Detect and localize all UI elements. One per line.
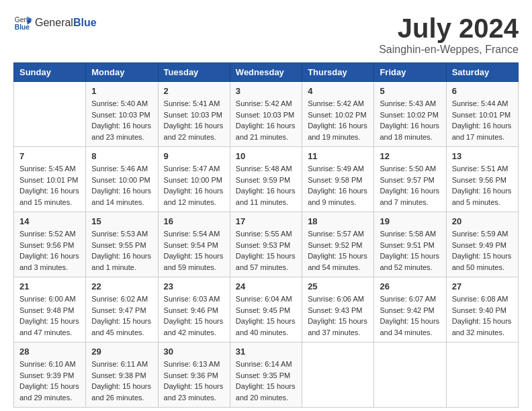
calendar-week-row: 21Sunrise: 6:00 AMSunset: 9:48 PMDayligh… xyxy=(14,277,519,342)
day-info: Sunrise: 6:03 AMSunset: 9:46 PMDaylight:… xyxy=(164,293,224,338)
day-number: 15 xyxy=(91,216,152,226)
page-header: General Blue GeneralBlue July 2024 Saing… xyxy=(13,13,519,56)
day-info: Sunrise: 5:51 AMSunset: 9:56 PMDaylight:… xyxy=(452,163,513,208)
day-info: Sunrise: 5:41 AMSunset: 10:03 PMDaylight… xyxy=(164,98,224,142)
day-info: Sunrise: 5:45 AMSunset: 10:01 PMDaylight… xyxy=(19,163,80,208)
calendar-cell xyxy=(446,342,518,408)
calendar-cell: 6Sunrise: 5:44 AMSunset: 10:01 PMDayligh… xyxy=(446,82,518,147)
day-number: 13 xyxy=(452,151,513,161)
calendar-cell: 20Sunrise: 5:59 AMSunset: 9:49 PMDayligh… xyxy=(446,212,518,277)
calendar-cell: 8Sunrise: 5:46 AMSunset: 10:00 PMDayligh… xyxy=(86,147,158,212)
calendar-week-row: 1Sunrise: 5:40 AMSunset: 10:03 PMDayligh… xyxy=(14,82,519,147)
location: Sainghin-en-Weppes, France xyxy=(379,44,519,56)
day-number: 2 xyxy=(164,86,224,96)
calendar-cell: 4Sunrise: 5:42 AMSunset: 10:02 PMDayligh… xyxy=(302,82,374,147)
weekday-header: Saturday xyxy=(446,63,518,82)
day-number: 27 xyxy=(452,281,513,291)
day-number: 25 xyxy=(308,281,368,291)
calendar-cell: 22Sunrise: 6:02 AMSunset: 9:47 PMDayligh… xyxy=(86,277,158,342)
day-number: 23 xyxy=(164,281,224,291)
day-number: 8 xyxy=(91,151,152,161)
day-number: 1 xyxy=(91,86,152,96)
day-info: Sunrise: 5:46 AMSunset: 10:00 PMDaylight… xyxy=(91,163,152,208)
title-block: July 2024 Sainghin-en-Weppes, France xyxy=(379,13,519,56)
day-info: Sunrise: 6:04 AMSunset: 9:45 PMDaylight:… xyxy=(236,293,296,338)
calendar-week-row: 7Sunrise: 5:45 AMSunset: 10:01 PMDayligh… xyxy=(14,147,519,212)
calendar-cell: 29Sunrise: 6:11 AMSunset: 9:38 PMDayligh… xyxy=(86,342,158,408)
day-number: 12 xyxy=(380,151,440,161)
calendar-cell: 28Sunrise: 6:10 AMSunset: 9:39 PMDayligh… xyxy=(14,342,86,408)
day-number: 29 xyxy=(91,347,152,357)
day-info: Sunrise: 5:53 AMSunset: 9:55 PMDaylight:… xyxy=(91,228,152,273)
calendar-week-row: 28Sunrise: 6:10 AMSunset: 9:39 PMDayligh… xyxy=(14,342,519,408)
logo-icon: General Blue xyxy=(13,13,32,32)
day-info: Sunrise: 5:55 AMSunset: 9:53 PMDaylight:… xyxy=(236,228,296,273)
day-info: Sunrise: 5:42 AMSunset: 10:03 PMDaylight… xyxy=(236,98,296,142)
calendar-cell: 18Sunrise: 5:57 AMSunset: 9:52 PMDayligh… xyxy=(302,212,374,277)
day-number: 3 xyxy=(236,86,296,96)
day-number: 17 xyxy=(236,216,296,226)
day-number: 19 xyxy=(380,216,440,226)
calendar-cell: 5Sunrise: 5:43 AMSunset: 10:02 PMDayligh… xyxy=(374,82,446,147)
day-number: 18 xyxy=(308,216,368,226)
day-info: Sunrise: 5:47 AMSunset: 10:00 PMDaylight… xyxy=(164,163,224,208)
day-number: 21 xyxy=(19,281,80,291)
day-info: Sunrise: 5:42 AMSunset: 10:02 PMDaylight… xyxy=(308,98,368,142)
calendar-cell: 2Sunrise: 5:41 AMSunset: 10:03 PMDayligh… xyxy=(158,82,230,147)
day-info: Sunrise: 6:06 AMSunset: 9:43 PMDaylight:… xyxy=(308,293,368,338)
day-number: 4 xyxy=(308,86,368,96)
weekday-header: Tuesday xyxy=(158,63,230,82)
day-number: 24 xyxy=(236,281,296,291)
day-info: Sunrise: 5:48 AMSunset: 9:59 PMDaylight:… xyxy=(236,163,296,208)
calendar-cell: 17Sunrise: 5:55 AMSunset: 9:53 PMDayligh… xyxy=(230,212,302,277)
calendar-cell: 11Sunrise: 5:49 AMSunset: 9:58 PMDayligh… xyxy=(302,147,374,212)
calendar-table: SundayMondayTuesdayWednesdayThursdayFrid… xyxy=(13,62,519,408)
day-info: Sunrise: 5:43 AMSunset: 10:02 PMDaylight… xyxy=(380,98,440,142)
calendar-cell: 23Sunrise: 6:03 AMSunset: 9:46 PMDayligh… xyxy=(158,277,230,342)
calendar-cell: 7Sunrise: 5:45 AMSunset: 10:01 PMDayligh… xyxy=(14,147,86,212)
calendar-cell: 1Sunrise: 5:40 AMSunset: 10:03 PMDayligh… xyxy=(86,82,158,147)
calendar-cell: 26Sunrise: 6:07 AMSunset: 9:42 PMDayligh… xyxy=(374,277,446,342)
day-number: 22 xyxy=(91,281,152,291)
calendar-week-row: 14Sunrise: 5:52 AMSunset: 9:56 PMDayligh… xyxy=(14,212,519,277)
calendar-cell: 3Sunrise: 5:42 AMSunset: 10:03 PMDayligh… xyxy=(230,82,302,147)
day-number: 5 xyxy=(380,86,440,96)
weekday-header: Friday xyxy=(374,63,446,82)
weekday-header: Wednesday xyxy=(230,63,302,82)
svg-text:Blue: Blue xyxy=(15,24,30,31)
calendar-cell: 25Sunrise: 6:06 AMSunset: 9:43 PMDayligh… xyxy=(302,277,374,342)
day-number: 16 xyxy=(164,216,224,226)
day-info: Sunrise: 5:57 AMSunset: 9:52 PMDaylight:… xyxy=(308,228,368,273)
calendar-cell: 15Sunrise: 5:53 AMSunset: 9:55 PMDayligh… xyxy=(86,212,158,277)
day-info: Sunrise: 5:52 AMSunset: 9:56 PMDaylight:… xyxy=(19,228,80,273)
day-number: 14 xyxy=(19,216,80,226)
day-info: Sunrise: 5:59 AMSunset: 9:49 PMDaylight:… xyxy=(452,228,513,273)
month-title: July 2024 xyxy=(379,13,519,44)
day-number: 9 xyxy=(164,151,224,161)
day-info: Sunrise: 6:13 AMSunset: 9:36 PMDaylight:… xyxy=(164,359,224,403)
calendar-cell: 10Sunrise: 5:48 AMSunset: 9:59 PMDayligh… xyxy=(230,147,302,212)
day-info: Sunrise: 5:49 AMSunset: 9:58 PMDaylight:… xyxy=(308,163,368,208)
day-number: 20 xyxy=(452,216,513,226)
logo: General Blue GeneralBlue xyxy=(13,13,97,32)
day-info: Sunrise: 6:14 AMSunset: 9:35 PMDaylight:… xyxy=(236,359,296,403)
day-info: Sunrise: 6:08 AMSunset: 9:40 PMDaylight:… xyxy=(452,293,513,338)
day-info: Sunrise: 5:44 AMSunset: 10:01 PMDaylight… xyxy=(452,98,513,142)
calendar-cell xyxy=(374,342,446,408)
calendar-cell xyxy=(302,342,374,408)
calendar-cell: 24Sunrise: 6:04 AMSunset: 9:45 PMDayligh… xyxy=(230,277,302,342)
day-number: 6 xyxy=(452,86,513,96)
day-number: 7 xyxy=(19,151,80,161)
day-number: 30 xyxy=(164,347,224,357)
calendar-cell: 9Sunrise: 5:47 AMSunset: 10:00 PMDayligh… xyxy=(158,147,230,212)
day-info: Sunrise: 6:00 AMSunset: 9:48 PMDaylight:… xyxy=(19,293,80,338)
calendar-cell: 21Sunrise: 6:00 AMSunset: 9:48 PMDayligh… xyxy=(14,277,86,342)
calendar-cell: 12Sunrise: 5:50 AMSunset: 9:57 PMDayligh… xyxy=(374,147,446,212)
day-number: 28 xyxy=(19,347,80,357)
calendar-header-row: SundayMondayTuesdayWednesdayThursdayFrid… xyxy=(14,63,519,82)
day-number: 26 xyxy=(380,281,440,291)
day-info: Sunrise: 5:58 AMSunset: 9:51 PMDaylight:… xyxy=(380,228,440,273)
calendar-cell: 16Sunrise: 5:54 AMSunset: 9:54 PMDayligh… xyxy=(158,212,230,277)
weekday-header: Monday xyxy=(86,63,158,82)
logo-text-blue: Blue xyxy=(73,17,97,28)
